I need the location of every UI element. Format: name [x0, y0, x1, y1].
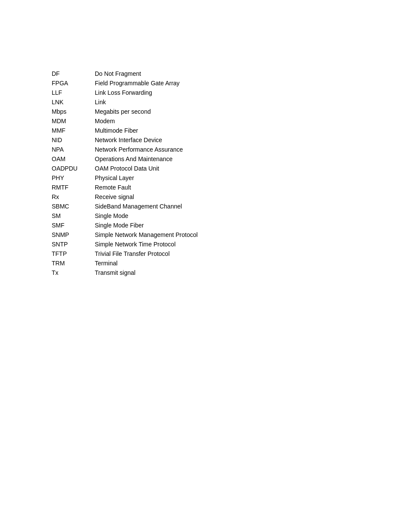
abbreviation-code: SBMC [52, 202, 95, 211]
abbreviation-definition: Simple Network Management Protocol [95, 230, 198, 240]
abbreviation-table: DFDo Not FragmentFPGAField Programmable … [52, 69, 198, 277]
abbreviation-definition: Megabits per second [95, 107, 198, 116]
table-row: TRMTerminal [52, 258, 198, 268]
abbreviation-definition: Network Interface Device [95, 135, 198, 145]
abbreviation-code: OAM [52, 154, 95, 164]
abbreviation-definition: Terminal [95, 258, 198, 268]
abbreviation-code: MMF [52, 126, 95, 135]
abbreviation-definition: Single Mode [95, 211, 198, 221]
abbreviation-code: TRM [52, 258, 95, 268]
abbreviation-code: Mbps [52, 107, 95, 116]
abbreviation-code: LNK [52, 97, 95, 107]
abbreviation-definition: Physical Layer [95, 173, 198, 183]
abbreviation-code: SNMP [52, 230, 95, 240]
table-row: SNTPSimple Network Time Protocol [52, 240, 198, 249]
table-row: NIDNetwork Interface Device [52, 135, 198, 145]
abbreviation-definition: Single Mode Fiber [95, 221, 198, 230]
abbreviation-definition: Simple Network Time Protocol [95, 240, 198, 249]
abbreviation-definition: Link Loss Forwarding [95, 88, 198, 97]
abbreviation-code: MDM [52, 116, 95, 126]
abbreviation-code: DF [52, 69, 95, 78]
table-row: SMFSingle Mode Fiber [52, 221, 198, 230]
abbreviation-definition: Remote Fault [95, 183, 198, 192]
table-row: MDMModem [52, 116, 198, 126]
table-row: TxTransmit signal [52, 268, 198, 277]
abbreviation-definition: Network Performance Assurance [95, 145, 198, 154]
abbreviation-code: OADPDU [52, 164, 95, 173]
abbreviation-definition: Modem [95, 116, 198, 126]
abbreviation-code: TFTP [52, 249, 95, 258]
abbreviation-definition: Field Programmable Gate Array [95, 78, 198, 88]
table-row: FPGAField Programmable Gate Array [52, 78, 198, 88]
table-row: MMFMultimode Fiber [52, 126, 198, 135]
abbreviation-code: SM [52, 211, 95, 221]
abbreviation-code: Tx [52, 268, 95, 277]
abbreviation-definition: Operations And Maintenance [95, 154, 198, 164]
table-row: SMSingle Mode [52, 211, 198, 221]
abbreviation-code: SMF [52, 221, 95, 230]
abbreviation-definition: Do Not Fragment [95, 69, 198, 78]
abbreviation-definition: OAM Protocol Data Unit [95, 164, 198, 173]
abbreviation-code: RMTF [52, 183, 95, 192]
table-row: NPANetwork Performance Assurance [52, 145, 198, 154]
abbreviation-code: NID [52, 135, 95, 145]
abbreviation-code: NPA [52, 145, 95, 154]
table-row: RxReceive signal [52, 192, 198, 202]
page-content: DFDo Not FragmentFPGAField Programmable … [0, 0, 411, 277]
abbreviation-code: SNTP [52, 240, 95, 249]
table-row: SNMPSimple Network Management Protocol [52, 230, 198, 240]
abbreviation-code: PHY [52, 173, 95, 183]
abbreviation-definition: Receive signal [95, 192, 198, 202]
table-row: RMTFRemote Fault [52, 183, 198, 192]
table-row: MbpsMegabits per second [52, 107, 198, 116]
abbreviation-definition: Link [95, 97, 198, 107]
abbreviation-definition: Transmit signal [95, 268, 198, 277]
abbreviation-definition: Multimode Fiber [95, 126, 198, 135]
table-row: TFTPTrivial File Transfer Protocol [52, 249, 198, 258]
table-row: LNKLink [52, 97, 198, 107]
abbreviation-code: LLF [52, 88, 95, 97]
table-row: PHYPhysical Layer [52, 173, 198, 183]
table-row: OADPDUOAM Protocol Data Unit [52, 164, 198, 173]
table-row: OAMOperations And Maintenance [52, 154, 198, 164]
table-row: LLFLink Loss Forwarding [52, 88, 198, 97]
table-row: SBMCSideBand Management Channel [52, 202, 198, 211]
abbreviation-definition: SideBand Management Channel [95, 202, 198, 211]
table-row: DFDo Not Fragment [52, 69, 198, 78]
abbreviation-code: Rx [52, 192, 95, 202]
abbreviation-code: FPGA [52, 78, 95, 88]
abbreviation-definition: Trivial File Transfer Protocol [95, 249, 198, 258]
